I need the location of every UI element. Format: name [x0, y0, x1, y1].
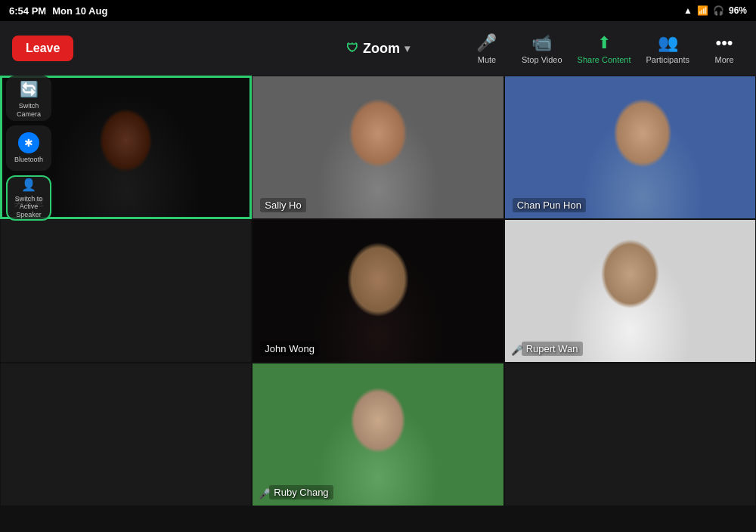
- chevron-down-icon: ▾: [404, 42, 410, 54]
- bluetooth-button[interactable]: ✱ Bluetooth: [6, 125, 51, 171]
- video-cell-empty-2: [0, 363, 252, 506]
- participants-button[interactable]: 👥 Participants: [646, 33, 689, 64]
- floating-controls: 🔄 Switch Camera ✱ Bluetooth 👤 Switch toA…: [6, 76, 51, 221]
- toolbar: Leave 🛡 Zoom ▾ 🎤 Mute 📹 Stop Video ⬆ Sha…: [0, 21, 756, 76]
- video-icon: 📹: [531, 33, 552, 53]
- person-icon: 👤: [18, 177, 39, 193]
- headphone-icon: 🎧: [713, 5, 724, 16]
- video-cell-ruby: 🎤 Ruby Chang: [252, 363, 503, 506]
- video-cell-empty-1: [0, 219, 252, 363]
- participant-name-sally: Sally Ho: [260, 198, 305, 212]
- camera-switch-icon: 🔄: [18, 79, 39, 100]
- switch-camera-button[interactable]: 🔄 Switch Camera: [6, 76, 51, 121]
- participant-name-ruby: Ruby Chang: [269, 485, 333, 500]
- bluetooth-icon: ✱: [18, 132, 39, 153]
- leave-button[interactable]: Leave: [12, 36, 73, 61]
- share-icon: ⬆: [597, 33, 611, 53]
- signal-icon: 📶: [697, 5, 708, 16]
- status-bar: 6:54 PM Mon 10 Aug ▲ 📶 🎧 96%: [0, 0, 756, 21]
- mute-button[interactable]: 🎤 Mute: [467, 33, 507, 64]
- video-cell-sally: Sally Ho: [252, 76, 503, 219]
- wifi-icon: ▲: [683, 5, 692, 16]
- participant-name-rupert: Rupert Wan: [522, 342, 583, 356]
- video-cell-rupert: 🎤 Rupert Wan: [504, 219, 756, 363]
- app-title-area: 🛡 Zoom ▾: [346, 41, 410, 57]
- time: 6:54 PM: [9, 5, 46, 17]
- video-cell-empty-3: [504, 363, 756, 506]
- battery: 96%: [729, 5, 747, 16]
- active-speaker-button[interactable]: 👤 Switch toActive Speaker: [6, 175, 51, 221]
- stop-video-button[interactable]: 📹 Stop Video: [522, 33, 562, 64]
- date: Mon 10 Aug: [52, 5, 107, 17]
- video-cell-john: John Wong: [252, 219, 503, 363]
- participants-icon: 👥: [658, 33, 678, 53]
- shield-icon: 🛡: [346, 42, 358, 55]
- share-content-button[interactable]: ⬆ Share Content: [578, 33, 631, 64]
- video-cell-chan: Chan Pun Hon: [504, 76, 756, 219]
- more-button[interactable]: ••• More: [705, 33, 744, 64]
- toolbar-controls: 🎤 Mute 📹 Stop Video ⬆ Share Content 👥 Pa…: [467, 33, 744, 64]
- video-grid: 吳宏慧 Sally Ho Chan Pun Hon John Wong 🎤 Ru…: [0, 76, 756, 532]
- more-icon: •••: [715, 33, 733, 53]
- app-name: Zoom: [363, 41, 400, 57]
- microphone-icon: 🎤: [476, 33, 497, 53]
- participant-name-john: John Wong: [260, 342, 319, 356]
- participant-name-chan: Chan Pun Hon: [513, 198, 586, 212]
